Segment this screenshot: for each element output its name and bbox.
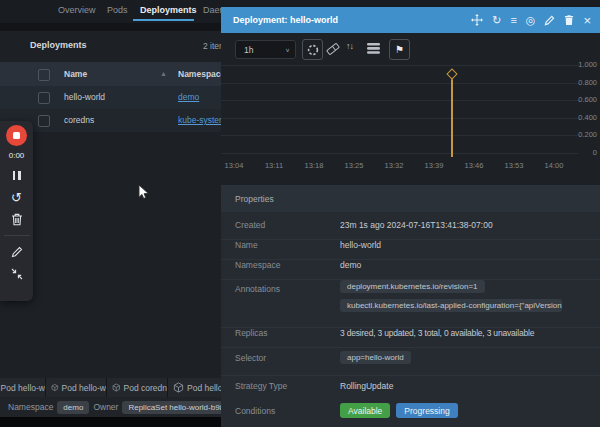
- dock-tab-label: Pod coredn: [124, 383, 167, 393]
- recording-timer: 0:00: [9, 151, 25, 160]
- draw-button[interactable]: [11, 245, 23, 258]
- pause-button[interactable]: [13, 169, 21, 182]
- condition-badge-progressing[interactable]: Progressing: [396, 403, 457, 418]
- owner-label: Owner: [93, 402, 118, 412]
- spinner-icon: [307, 44, 319, 56]
- sort-icon[interactable]: ↑↓: [346, 41, 353, 51]
- property-label: Annotations: [235, 280, 340, 327]
- dock-tab-pod[interactable]: Pod coredn: [107, 378, 168, 397]
- annotation-badge[interactable]: deployment.kubernetes.io/revision=1: [340, 280, 485, 293]
- column-header-namespace[interactable]: Namespace: [178, 69, 225, 79]
- deployment-detail-drawer: Deployment: hello-world ↻ ≡ ◎ × 1h: [221, 7, 600, 427]
- property-label: Created: [235, 220, 340, 239]
- sort-arrow-icon[interactable]: ▲: [160, 70, 167, 77]
- event-marker-line: [451, 74, 453, 157]
- refresh-interval-button[interactable]: [302, 39, 323, 60]
- active-tab-underline: [133, 19, 194, 21]
- gridline: [221, 153, 579, 154]
- discard-recording-button[interactable]: [11, 213, 23, 226]
- dock-tab-label: Pod hello-w: [1, 383, 45, 393]
- row-checkbox[interactable]: [38, 115, 50, 127]
- dock-tab-pod[interactable]: Pod hello-w: [0, 378, 46, 397]
- restart-recording-button[interactable]: ↺: [11, 191, 22, 204]
- condition-badge-available[interactable]: Available: [340, 403, 390, 418]
- stop-recording-button[interactable]: [6, 125, 27, 146]
- time-range-value: 1h: [244, 45, 253, 55]
- property-value: hello-world: [340, 240, 381, 259]
- property-value: RollingUpdate: [340, 381, 393, 401]
- drawer-header: Deployment: hello-world ↻ ≡ ◎ ×: [221, 7, 600, 33]
- edit-icon[interactable]: [544, 15, 555, 26]
- property-value: 23m 1s ago 2024-07-16T13:41:38-07:00: [340, 220, 493, 239]
- dock-info-bar: Namespace demo Owner ReplicaSet hello-wo…: [0, 397, 222, 417]
- y-tick: 1.000: [563, 60, 597, 69]
- pencil-icon: [11, 246, 23, 258]
- delete-icon[interactable]: [564, 14, 574, 26]
- close-icon[interactable]: ×: [583, 15, 591, 26]
- property-label: Name: [235, 240, 340, 259]
- refresh-icon[interactable]: ↻: [492, 15, 501, 26]
- recorder-divider: [4, 235, 30, 236]
- flag-icon: ⚑: [395, 44, 404, 55]
- pod-icon: [112, 382, 121, 393]
- drawer-title: Deployment: hello-world: [233, 15, 338, 25]
- gridline: [221, 65, 579, 66]
- collapse-toolbar-button[interactable]: [11, 267, 23, 280]
- namespace-link[interactable]: demo: [340, 260, 361, 279]
- event-marker-diamond: [446, 68, 457, 79]
- dock-tab-strip: Pod hello-w Pod hello-w Pod coredn Pod h…: [0, 378, 222, 397]
- gridline: [221, 135, 579, 136]
- stop-icon: [13, 132, 20, 139]
- stack-icon[interactable]: [367, 43, 380, 54]
- property-row-selector: Selector app=hello-world: [221, 348, 600, 376]
- time-range-select[interactable]: 1h ∨: [235, 40, 296, 59]
- gridline: [221, 118, 579, 119]
- column-header-name[interactable]: Name: [64, 69, 87, 79]
- property-row-conditions: Conditions AvailableProgressing: [221, 401, 600, 427]
- dock-tab-label: Pod hello-: [187, 383, 222, 393]
- select-all-checkbox[interactable]: [38, 69, 50, 81]
- namespace-link[interactable]: demo: [178, 92, 199, 102]
- property-label: Conditions: [235, 401, 340, 427]
- tab-overview[interactable]: Overview: [58, 5, 96, 15]
- x-tick: 13:46: [456, 161, 492, 170]
- property-row-replicas: Replicas 3 desired, 3 updated, 3 total, …: [221, 328, 600, 348]
- eraser-icon: [326, 43, 340, 55]
- property-label: Replicas: [235, 328, 340, 347]
- gridline: [221, 83, 579, 84]
- tab-pods[interactable]: Pods: [107, 5, 128, 15]
- metrics-chart: 1h ∨ ↑↓ ⚑ 1.000 0.: [221, 33, 600, 185]
- trash-icon: [11, 213, 23, 226]
- property-row-strategy: Strategy Type RollingUpdate: [221, 381, 600, 401]
- clear-chart-button[interactable]: [326, 43, 340, 55]
- dock-tab-pod[interactable]: Pod hello-: [168, 378, 222, 397]
- tab-deployments[interactable]: Deployments: [140, 5, 197, 15]
- x-tick: 13:11: [256, 161, 292, 170]
- pod-icon: [51, 382, 59, 393]
- owner-badge[interactable]: ReplicaSet hello-world-b98478985: [122, 401, 222, 414]
- chevron-down-icon: ∨: [285, 46, 290, 52]
- namespace-badge[interactable]: demo: [57, 401, 89, 414]
- selector-badge[interactable]: app=hello-world: [340, 351, 411, 364]
- property-row-annotations: Annotations deployment.kubernetes.io/rev…: [221, 280, 600, 328]
- property-label: Selector: [235, 348, 340, 375]
- property-value: 3 desired, 3 updated, 3 total, 0 availab…: [340, 328, 534, 347]
- move-icon[interactable]: [471, 14, 483, 26]
- property-label: Namespace: [235, 260, 340, 279]
- namespace-link[interactable]: kube-system: [178, 115, 226, 125]
- target-icon[interactable]: ◎: [526, 15, 536, 26]
- dock-tab-pod[interactable]: Pod hello-w: [46, 378, 107, 397]
- y-tick: 0.600: [563, 95, 597, 104]
- dock-bottom-strip: [0, 417, 222, 427]
- x-tick: 13:25: [336, 161, 372, 170]
- property-row-name: Name hello-world: [221, 240, 600, 260]
- menu-icon[interactable]: ≡: [510, 15, 516, 26]
- flag-button[interactable]: ⚑: [389, 39, 410, 60]
- properties-section-header: Properties: [221, 185, 600, 212]
- app-window: Overview Pods Deployments Daem Deploymen…: [0, 0, 600, 427]
- y-tick: 0.400: [563, 113, 597, 122]
- property-row-created: Created 23m 1s ago 2024-07-16T13:41:38-0…: [221, 220, 600, 240]
- annotation-badge[interactable]: kubectl.kubernetes.io/last-applied-confi…: [340, 299, 562, 312]
- bottom-dock: Pod hello-w Pod hello-w Pod coredn Pod h…: [0, 378, 222, 427]
- row-checkbox[interactable]: [38, 92, 50, 104]
